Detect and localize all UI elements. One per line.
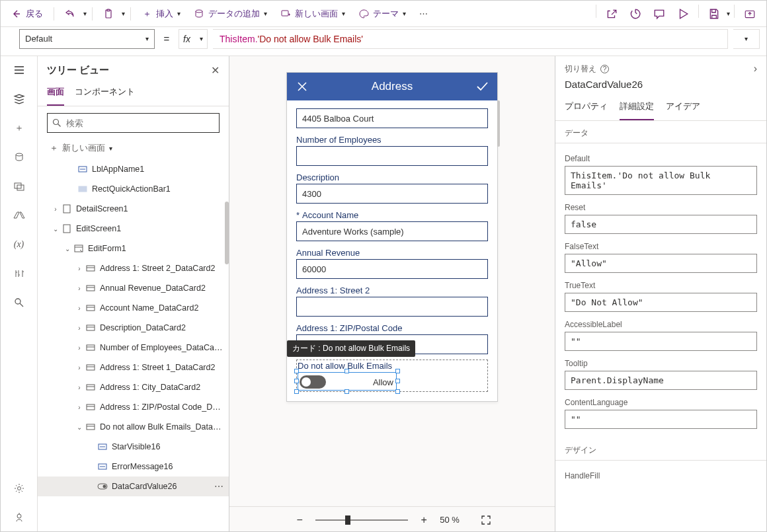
prop-input-reset[interactable]: false — [565, 215, 757, 234]
field-input-numemp[interactable] — [296, 146, 488, 166]
expand-icon[interactable]: › — [75, 384, 84, 391]
expand-icon[interactable]: › — [51, 206, 60, 213]
collapse-icon[interactable]: ⌄ — [63, 245, 72, 252]
expand-icon[interactable]: › — [75, 305, 84, 312]
database-icon — [194, 9, 204, 19]
tree-node-datacard[interactable]: ›Number of Employees_DataCard2 — [38, 338, 229, 358]
search-rail-icon[interactable] — [12, 295, 26, 310]
prop-input-tooltip[interactable]: Parent.DisplayName — [565, 371, 757, 390]
prop-label: Default — [565, 154, 757, 163]
tree-node-rect[interactable]: RectQuickActionBar1 — [38, 179, 229, 199]
field-input-balboa[interactable] — [296, 108, 488, 128]
collapse-icon[interactable]: ⌄ — [75, 424, 84, 431]
tree-node-editscreen[interactable]: ⌄EditScreen1 — [38, 219, 229, 239]
fit-screen-icon[interactable] — [481, 515, 491, 525]
tree-node-datacard[interactable]: ›Address 1: Street 1_DataCard2 — [38, 358, 229, 377]
chevron-down-icon[interactable]: ▾ — [83, 10, 87, 17]
tree-search-input[interactable] — [47, 113, 220, 133]
property-dropdown[interactable]: Default ▾ — [19, 29, 155, 49]
field-input-account[interactable] — [296, 221, 488, 241]
chevron-down-icon: ▾ — [177, 10, 181, 17]
checker-icon[interactable] — [624, 5, 647, 23]
prop-input-truetext[interactable]: "Do Not Allow" — [565, 293, 757, 312]
canvas[interactable]: Address Number of Employees Description … — [229, 56, 555, 506]
prop-input-default[interactable]: ThisItem.'Do not allow Bulk Emails' — [565, 166, 757, 195]
check-icon[interactable] — [473, 78, 491, 95]
tree-view-icon[interactable] — [12, 92, 26, 106]
back-button[interactable]: 戻る — [6, 5, 48, 22]
variables-rail-icon[interactable]: (x) — [12, 237, 26, 252]
tab-properties[interactable]: プロパティ — [565, 96, 608, 120]
paste-button[interactable] — [98, 6, 119, 22]
formula-expand-button[interactable]: ▾ — [733, 29, 760, 49]
tree-node-datacard[interactable]: ›Address 1: ZIP/Postal Code_DataCard2 — [38, 397, 229, 417]
expand-icon[interactable]: › — [75, 404, 84, 411]
zoom-out-button[interactable]: − — [293, 513, 306, 527]
properties-pane: 切り替え ? › DataCardValue26 プロパティ 詳細設定 アイデア… — [555, 56, 766, 532]
fx-button[interactable]: fx ▾ — [179, 29, 208, 49]
tab-ideas[interactable]: アイデア — [666, 96, 700, 120]
new-screen-button[interactable]: 新しい画面 ▾ — [275, 5, 350, 22]
prop-input-contentlanguage[interactable]: "" — [565, 410, 757, 429]
zoom-slider[interactable] — [315, 519, 408, 521]
chevron-right-icon[interactable]: › — [754, 63, 757, 75]
tab-components[interactable]: コンポーネント — [75, 82, 135, 106]
prop-input-falsetext[interactable]: "Allow" — [565, 254, 757, 273]
tab-advanced[interactable]: 詳細設定 — [620, 96, 654, 120]
tree-scrollbar[interactable] — [225, 202, 229, 264]
info-icon[interactable]: ? — [600, 65, 609, 73]
share-icon[interactable] — [600, 5, 623, 23]
insert-button[interactable]: ＋ 挿入 ▾ — [136, 5, 186, 22]
prop-input-accessiblelabel[interactable]: "" — [565, 332, 757, 351]
advanced-rail-icon[interactable] — [12, 266, 26, 281]
more-icon[interactable]: ⋯ — [214, 481, 223, 492]
tree-node-detailscreen[interactable]: ›DetailScreen1 — [38, 199, 229, 219]
hamburger-icon[interactable] — [12, 63, 26, 77]
tree-node-star[interactable]: StarVisible16 — [38, 437, 229, 457]
tree-node-datacard[interactable]: ›Description_DataCard2 — [38, 318, 229, 338]
expand-icon[interactable]: › — [75, 344, 84, 352]
play-icon[interactable] — [672, 5, 694, 23]
close-icon[interactable]: ✕ — [211, 64, 220, 77]
insert-rail-icon[interactable]: ＋ — [12, 121, 26, 135]
publish-icon[interactable] — [739, 5, 761, 23]
add-data-button[interactable]: データの追加 ▾ — [188, 5, 272, 22]
flows-rail-icon[interactable] — [12, 208, 26, 223]
expand-icon[interactable]: › — [75, 265, 84, 272]
field-input-street2[interactable] — [296, 297, 488, 317]
tree-node-datacard[interactable]: ›Address 1: Street 2_DataCard2 — [38, 258, 229, 278]
tree-node-datacard[interactable]: ›Account Name_DataCard2 — [38, 298, 229, 318]
media-rail-icon[interactable] — [12, 179, 26, 194]
scrollbar[interactable] — [497, 100, 500, 147]
expand-icon[interactable]: › — [75, 324, 84, 332]
save-icon[interactable] — [703, 5, 725, 23]
data-rail-icon[interactable] — [12, 150, 26, 165]
new-screen-link[interactable]: ＋ 新しい画面 ▾ — [38, 139, 229, 159]
field-input-revenue[interactable] — [296, 259, 488, 279]
tree-node-datacard-bulk[interactable]: ⌄Do not allow Bulk Emails_DataCard6 — [38, 417, 229, 437]
collapse-icon[interactable]: ⌄ — [51, 225, 60, 233]
field-input-desc[interactable] — [296, 184, 488, 204]
tree-node-datacard[interactable]: ›Address 1: City_DataCard2 — [38, 377, 229, 397]
overflow-button[interactable]: ⋯ — [414, 6, 433, 21]
virtual-agent-icon[interactable] — [12, 510, 26, 525]
tree-node-label[interactable]: LblAppName1 — [38, 159, 229, 179]
comment-icon[interactable] — [648, 5, 670, 23]
tab-screens[interactable]: 画面 — [47, 82, 64, 106]
toggle-control[interactable] — [300, 375, 326, 389]
tree-node-datacard[interactable]: ›Annual Revenue_DataCard2 — [38, 278, 229, 298]
settings-rail-icon[interactable] — [12, 481, 26, 496]
tree-node-datacardvalue[interactable]: DataCardValue26⋯ — [38, 476, 229, 496]
expand-icon[interactable]: › — [75, 364, 84, 371]
expand-icon[interactable]: › — [75, 285, 84, 292]
formula-input[interactable]: ThisItem.'Do not allow Bulk Emails' — [213, 29, 728, 49]
zoom-in-button[interactable]: + — [417, 513, 430, 527]
close-icon[interactable] — [294, 78, 311, 95]
chevron-down-icon[interactable]: ▾ — [122, 10, 125, 17]
svg-rect-14 — [63, 205, 70, 213]
undo-button[interactable] — [60, 6, 81, 22]
tree-node-editform[interactable]: ⌄EditForm1 — [38, 239, 229, 258]
chevron-down-icon[interactable]: ▾ — [727, 10, 730, 17]
theme-button[interactable]: テーマ ▾ — [353, 5, 411, 22]
tree-node-error[interactable]: ErrorMessage16 — [38, 457, 229, 476]
